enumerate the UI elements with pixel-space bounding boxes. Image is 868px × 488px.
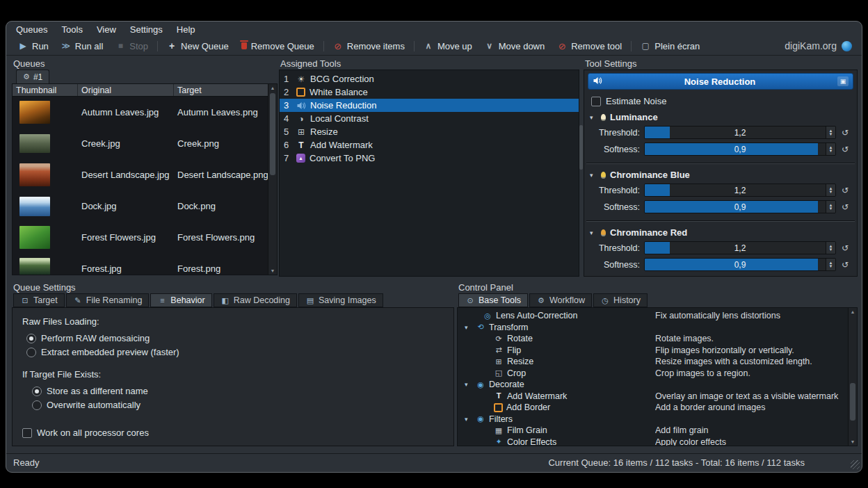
toolbar-button-run[interactable]: ▶Run (12, 38, 55, 54)
splitter-handle[interactable] (579, 125, 583, 170)
reset-icon[interactable]: ↺ (840, 145, 850, 154)
tree-item-filters[interactable]: ▾◉Filters (459, 414, 849, 425)
toolbar-button-move-down[interactable]: ∨Move down (479, 38, 551, 54)
toolbar-button-remove-queue[interactable]: Remove Queue (235, 38, 321, 54)
slider-spinbox[interactable]: 1,2▲▼ (644, 126, 836, 139)
menu-item-settings[interactable]: Settings (126, 23, 167, 36)
control-panel-scrollbar[interactable]: ▲ ▼ (848, 308, 857, 446)
behavior-icon: ≡ (157, 297, 167, 304)
tab-base-tools[interactable]: ⊙Base Tools (458, 293, 528, 307)
tab-behavior[interactable]: ≡Behavior (150, 293, 211, 307)
assigned-tool-noise-reduction[interactable]: 3Noise Reduction (280, 99, 579, 112)
tree-item-crop[interactable]: ◱CropCrop images to a region. (459, 368, 849, 380)
menu-item-tools[interactable]: Tools (58, 23, 87, 36)
slider-spinbox[interactable]: 1,2▲▼ (644, 184, 836, 197)
toolbar-button-plein-cran[interactable]: ▢Plein écran (634, 38, 706, 54)
reset-icon[interactable]: ↺ (840, 260, 850, 270)
scroll-handle[interactable] (270, 93, 275, 175)
column-header-target[interactable]: Target (174, 84, 268, 96)
resize-grip[interactable] (851, 460, 860, 469)
section-header-luminance[interactable]: ▾Luminance (590, 112, 851, 122)
slider-spinbox[interactable]: 0,9▲▼ (644, 200, 836, 213)
queues-scrollbar[interactable]: ▲ ▼ (268, 84, 277, 275)
assigned-tool-white-balance[interactable]: 2White Balance (280, 86, 579, 99)
slider-spinbox[interactable]: 0,9▲▼ (644, 143, 836, 156)
status-summary: Current Queue: 16 items / 112 tasks - To… (548, 457, 805, 468)
spin-buttons[interactable]: ▲▼ (826, 127, 835, 138)
toolbar-button-move-up[interactable]: ∧Move up (417, 38, 479, 54)
column-header-thumbnail[interactable]: Thumbnail (13, 84, 78, 96)
section-header-chrominance-red[interactable]: ▾Chrominance Red (590, 227, 851, 238)
spin-buttons[interactable]: ▲▼ (826, 184, 835, 196)
queue-item-row[interactable]: Creek.jpgCreek.png (13, 128, 277, 159)
scroll-up-icon[interactable]: ▲ (849, 309, 857, 314)
menu-item-view[interactable]: View (93, 23, 120, 36)
scroll-up-icon[interactable]: ▲ (268, 86, 277, 90)
tree-item-name-cell: ⟳Rotate (459, 334, 655, 343)
menu-item-help[interactable]: Help (172, 23, 200, 36)
spin-buttons[interactable]: ▲▼ (826, 143, 835, 155)
tab-raw-decoding[interactable]: ◧Raw Decoding (214, 293, 297, 307)
main-area: Queues ⚙ #1 ThumbnailOriginalTarget Autu… (6, 56, 862, 453)
queue-item-row[interactable]: Autumn Leaves.jpgAutumn Leaves.png (13, 97, 277, 128)
tree-item-lens-auto-correction[interactable]: ◎Lens Auto-CorrectionFix automatically l… (459, 310, 849, 322)
slider-spinbox[interactable]: 1,2▲▼ (644, 241, 836, 254)
scroll-down-icon[interactable]: ▼ (849, 439, 857, 444)
scroll-handle[interactable] (850, 383, 855, 421)
tree-item-film-grain[interactable]: ▦Film GrainAdd film grain (459, 425, 849, 437)
radio-extract-embedded-preview-faster[interactable]: Extract embedded preview (faster) (26, 346, 444, 358)
expander-icon[interactable]: ▾ (465, 381, 472, 388)
assigned-tool-bcg-correction[interactable]: 1☀BCG Correction (280, 72, 579, 86)
queue-tab-1[interactable]: ⚙ #1 (16, 70, 49, 83)
toolbar-button-remove-tool[interactable]: ⊘Remove tool (551, 38, 628, 54)
queue-item-row[interactable]: Forest Flowers.jpgForest Flowers.png (13, 222, 277, 253)
section-header-chrominance-blue[interactable]: ▾Chrominance Blue (590, 170, 851, 180)
toolbar-button-stop[interactable]: ■Stop (109, 38, 154, 54)
assigned-tool-add-watermark[interactable]: 6TAdd Watermark (280, 138, 579, 152)
queue-item-row[interactable]: Desert Landscape.jpgDesert Landscape.png (13, 159, 277, 190)
slider-spinbox[interactable]: 0,9▲▼ (644, 258, 836, 271)
scroll-down-icon[interactable]: ▼ (268, 268, 277, 273)
tab-saving-images[interactable]: ▤Saving Images (298, 293, 383, 307)
radio-store-as-a-different-name[interactable]: Store as a different name (32, 385, 444, 397)
expander-icon[interactable]: ▾ (465, 416, 472, 423)
tab-target[interactable]: ⊡Target (13, 293, 65, 307)
expander-icon[interactable]: ▾ (465, 324, 472, 331)
tab-workflow[interactable]: ⚙Workflow (529, 293, 592, 307)
tree-item-name-cell: ▾◉Decorate (459, 380, 655, 389)
radio-perform-raw-demosaicing[interactable]: Perform RAW demosaicing (26, 332, 444, 344)
tab-history[interactable]: ◷History (593, 293, 648, 307)
detach-icon[interactable]: ▣ (837, 76, 849, 86)
reset-icon[interactable]: ↺ (840, 202, 850, 212)
radio-overwrite-automatically[interactable]: Overwrite automatically (32, 399, 444, 411)
toolbar-button-remove-items[interactable]: ⊘Remove items (327, 38, 411, 54)
tree-item-rotate[interactable]: ⟳RotateRotate images. (459, 333, 849, 345)
tree-item-flip[interactable]: ⇄FlipFlip images horizontally or vertica… (459, 345, 849, 357)
spin-buttons[interactable]: ▲▼ (826, 259, 835, 270)
menu-item-queues[interactable]: Queues (12, 23, 52, 36)
tree-item-color-effects[interactable]: ✦Color EffectsApply color effects (459, 437, 849, 447)
reset-icon[interactable]: ↺ (840, 128, 850, 138)
parameter-label: Threshold: (594, 186, 640, 195)
tree-item-resize[interactable]: ⊞ResizeResize images with a customized l… (459, 356, 849, 368)
tree-item-transform[interactable]: ▾⟲Transform (459, 322, 849, 334)
tree-item-decorate[interactable]: ▾◉Decorate (459, 379, 849, 391)
tab-file-renaming[interactable]: ✎File Renaming (66, 293, 150, 307)
tree-item-add-border[interactable]: Add BorderAdd a border around images (459, 402, 849, 414)
assigned-tool-local-contrast[interactable]: 4◑Local Contrast (280, 112, 579, 125)
spin-buttons[interactable]: ▲▼ (826, 242, 835, 254)
work-all-cores-checkbox[interactable]: Work on all processor cores (22, 428, 444, 438)
column-header-original[interactable]: Original (78, 84, 174, 96)
workflow-icon: ⚙ (536, 297, 546, 304)
queue-item-row[interactable]: Forest.jpgForest.png (13, 253, 277, 275)
assigned-tool-convert-to-png[interactable]: 7▴Convert To PNG (280, 152, 579, 165)
reset-icon[interactable]: ↺ (840, 186, 850, 195)
reset-icon[interactable]: ↺ (840, 243, 850, 253)
toolbar-button-run-all[interactable]: ≫Run all (55, 38, 109, 54)
assigned-tool-resize[interactable]: 5⊞Resize (280, 125, 579, 138)
queue-item-row[interactable]: Dock.jpgDock.png (13, 190, 277, 222)
estimate-noise-checkbox[interactable]: Estimate Noise (591, 96, 850, 106)
tree-item-add-watermark[interactable]: TAdd WatermarkOverlay an image or text a… (459, 391, 849, 402)
toolbar-button-new-queue[interactable]: +New Queue (161, 38, 235, 54)
spin-buttons[interactable]: ▲▼ (826, 201, 835, 213)
